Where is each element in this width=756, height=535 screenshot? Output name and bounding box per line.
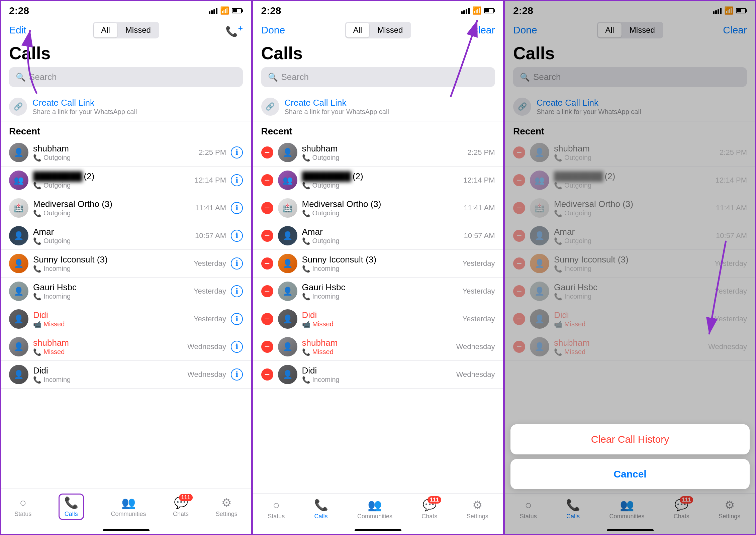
call-item[interactable]: − 👥 ████████ (2) 📞 Outgoing 12:14 PM bbox=[253, 167, 503, 194]
call-time: Wednesday bbox=[456, 370, 495, 379]
phone-icon: 📞 bbox=[302, 293, 310, 301]
delete-button[interactable]: − bbox=[261, 341, 273, 353]
call-info: Amar 📞 Outgoing bbox=[33, 227, 190, 245]
info-button[interactable]: ℹ bbox=[231, 230, 243, 242]
phone-panel-3: 2:28 📶 Done All Missed Clear Calls 🔍 Sea… bbox=[504, 0, 756, 535]
call-detail: 📞 Outgoing bbox=[33, 182, 190, 190]
call-detail: 📞 Incoming bbox=[302, 293, 458, 301]
search-bar[interactable]: 🔍 Search bbox=[261, 67, 495, 87]
tab-settings[interactable]: ⚙ Settings bbox=[467, 498, 488, 520]
tab-communities[interactable]: 👥 Communities bbox=[111, 496, 146, 518]
call-item[interactable]: 👤 Gauri Hsbc 📞 Incoming Yesterday ℹ bbox=[1, 278, 251, 305]
page-title: Calls bbox=[1, 42, 251, 67]
tab-status[interactable]: ○ Status bbox=[268, 499, 285, 520]
info-button[interactable]: ℹ bbox=[231, 368, 243, 381]
segment-missed[interactable]: Missed bbox=[370, 23, 410, 37]
avatar: 👤 bbox=[9, 309, 28, 329]
tab-calls[interactable]: 📞 Calls bbox=[314, 498, 328, 520]
info-button[interactable]: ℹ bbox=[231, 257, 243, 270]
call-item[interactable]: 👤 Amar 📞 Outgoing 10:57 AM ℹ bbox=[1, 222, 251, 250]
avatar: 🏥 bbox=[9, 198, 28, 218]
segment-all[interactable]: All bbox=[94, 23, 117, 37]
info-button[interactable]: ℹ bbox=[231, 202, 243, 214]
call-item[interactable]: − 👤 Didi 📹 Missed Yesterday bbox=[253, 305, 503, 333]
call-name: Amar bbox=[33, 227, 190, 237]
info-button[interactable]: ℹ bbox=[231, 341, 243, 353]
call-detail: 📹 Missed bbox=[302, 320, 458, 328]
call-info: ████████ (2) 📞 Outgoing bbox=[33, 171, 190, 190]
call-time: 2:25 PM bbox=[468, 148, 495, 157]
action-sheet: Clear Call History Cancel bbox=[505, 424, 755, 494]
clear-call-history-button[interactable]: Clear Call History bbox=[510, 424, 750, 454]
edit-button[interactable]: Edit bbox=[9, 24, 26, 36]
call-item[interactable]: 👤 Didi 📞 Incoming Wednesday ℹ bbox=[1, 361, 251, 389]
call-detail: 📞 Incoming bbox=[33, 293, 189, 301]
tab-status[interactable]: ○ Status bbox=[14, 496, 31, 518]
call-time: 10:57 AM bbox=[195, 231, 226, 240]
call-item[interactable]: 👤 Sunny Icconsult (3) 📞 Incoming Yesterd… bbox=[1, 250, 251, 278]
call-item[interactable]: 👥 ████████ (2) 📞 Outgoing 12:14 PM ℹ bbox=[1, 167, 251, 194]
call-time: 2:25 PM bbox=[199, 148, 226, 157]
phone-icon: 📞 bbox=[33, 209, 41, 217]
tab-label-settings: Settings bbox=[467, 513, 488, 520]
delete-button[interactable]: − bbox=[261, 285, 273, 297]
info-button[interactable]: ℹ bbox=[231, 285, 243, 297]
call-time: 11:41 AM bbox=[464, 204, 495, 212]
call-item[interactable]: − 👤 Amar 📞 Outgoing 10:57 AM bbox=[253, 222, 503, 250]
call-item[interactable]: − 👤 Didi 📞 Incoming Wednesday bbox=[253, 361, 503, 389]
home-indicator bbox=[355, 529, 401, 531]
call-item[interactable]: − 👤 shubham 📞 Outgoing 2:25 PM bbox=[253, 139, 503, 167]
tab-communities[interactable]: 👥 Communities bbox=[357, 498, 392, 520]
cancel-button[interactable]: Cancel bbox=[510, 459, 750, 489]
status-icons: 📶 bbox=[461, 6, 495, 15]
delete-button[interactable]: − bbox=[261, 368, 273, 381]
call-item[interactable]: 👤 shubham 📞 Missed Wednesday ℹ bbox=[1, 333, 251, 361]
call-item[interactable]: − 🏥 Mediversal Ortho (3) 📞 Outgoing 11:4… bbox=[253, 194, 503, 222]
done-button[interactable]: Done bbox=[261, 24, 285, 36]
tab-chats[interactable]: 💬 111 Chats bbox=[421, 498, 437, 520]
call-item[interactable]: − 👤 Gauri Hsbc 📞 Incoming Yesterday bbox=[253, 278, 503, 305]
segment-all[interactable]: All bbox=[346, 23, 370, 37]
avatar: 👥 bbox=[9, 171, 28, 190]
tab-icon-status: ○ bbox=[273, 499, 280, 511]
delete-button[interactable]: − bbox=[261, 257, 273, 270]
delete-button[interactable]: − bbox=[261, 313, 273, 325]
phone-icon: 📞 bbox=[33, 376, 41, 384]
avatar: 👤 bbox=[278, 282, 297, 301]
tab-bar: ○ Status 📞 Calls 👥 Communities 💬 111 Cha… bbox=[1, 489, 251, 527]
info-button[interactable]: ℹ bbox=[231, 313, 243, 325]
call-item[interactable]: 👤 shubham 📞 Outgoing 2:25 PM ℹ bbox=[1, 139, 251, 167]
call-detail: 📞 Missed bbox=[33, 348, 183, 356]
info-button[interactable]: ℹ bbox=[231, 174, 243, 186]
add-call-button[interactable]: 📞+ bbox=[225, 23, 243, 37]
segment-missed[interactable]: Missed bbox=[118, 23, 158, 37]
delete-button[interactable]: − bbox=[261, 230, 273, 242]
call-item[interactable]: 👤 Didi 📹 Missed Yesterday ℹ bbox=[1, 305, 251, 333]
delete-button[interactable]: − bbox=[261, 146, 273, 158]
status-icons: 📶 bbox=[209, 6, 243, 15]
tab-settings[interactable]: ⚙ Settings bbox=[216, 496, 238, 518]
tab-chats[interactable]: 💬 111 Chats bbox=[173, 496, 189, 518]
create-call-link[interactable]: 🔗 Create Call Link Share a link for your… bbox=[253, 92, 503, 121]
call-time: Yesterday bbox=[194, 315, 226, 323]
call-item[interactable]: − 👤 shubham 📞 Missed Wednesday bbox=[253, 333, 503, 361]
info-button[interactable]: ℹ bbox=[231, 146, 243, 158]
avatar: 👤 bbox=[9, 365, 28, 384]
call-info: shubham 📞 Missed bbox=[302, 338, 452, 356]
search-bar[interactable]: 🔍 Search bbox=[9, 67, 243, 87]
call-info: Mediversal Ortho (3) 📞 Outgoing bbox=[33, 199, 190, 217]
status-time: 2:28 bbox=[261, 5, 281, 16]
delete-button[interactable]: − bbox=[261, 174, 273, 186]
create-call-link[interactable]: 🔗 Create Call Link Share a link for your… bbox=[1, 92, 251, 121]
tab-icon-calls: 📞 bbox=[64, 496, 78, 509]
phone-panel-2: 2:28 📶 Done All Missed Clear Calls 🔍 Sea… bbox=[252, 0, 504, 535]
clear-button[interactable]: Clear bbox=[471, 24, 495, 36]
call-time: Wednesday bbox=[187, 370, 226, 379]
call-time: Yesterday bbox=[194, 259, 226, 268]
call-item[interactable]: 🏥 Mediversal Ortho (3) 📞 Outgoing 11:41 … bbox=[1, 194, 251, 222]
tab-calls[interactable]: 📞 Calls bbox=[59, 494, 84, 520]
call-item[interactable]: − 👤 Sunny Icconsult (3) 📞 Incoming Yeste… bbox=[253, 250, 503, 278]
delete-button[interactable]: − bbox=[261, 202, 273, 214]
tab-label-calls: Calls bbox=[314, 513, 328, 520]
call-name: Mediversal Ortho (3) bbox=[302, 199, 459, 209]
